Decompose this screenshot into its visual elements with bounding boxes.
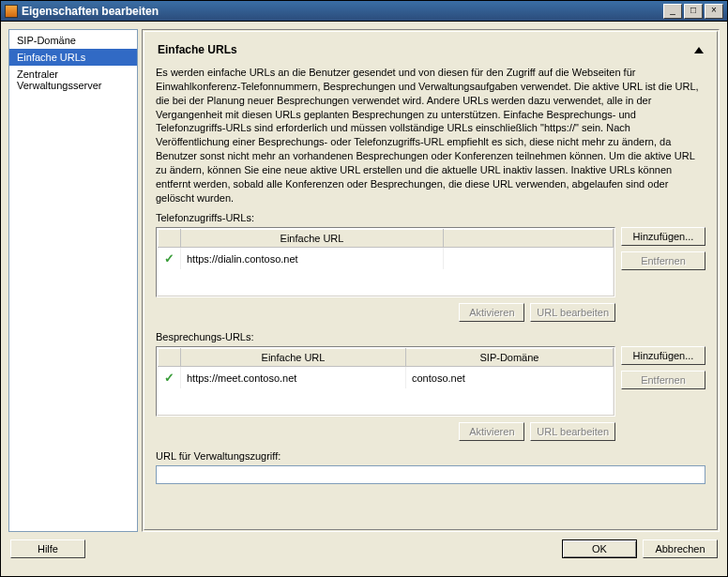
panel-description: Es werden einfache URLs an die Benutzer … [156,66,705,205]
meeting-remove-button[interactable]: Entfernen [621,371,705,389]
check-icon: ✓ [164,371,174,385]
meeting-col-active [159,349,181,367]
sidebar-item-sip-domain[interactable]: SIP-Domäne [9,32,137,49]
check-icon: ✓ [164,251,174,266]
phone-col-active [159,230,181,248]
phone-activate-button[interactable]: Aktivieren [459,303,524,322]
title-bar: Eigenschaften bearbeiten _ □ × [1,1,727,22]
admin-url-label: URL für Verwaltungszugriff: [156,450,705,462]
meeting-col-sip: SIP-Domäne [406,349,614,367]
phone-col-url: Einfache URL [181,230,444,248]
minimize-button[interactable]: _ [663,4,682,19]
meeting-urls-label: Besprechungs-URLs: [156,331,705,342]
help-button[interactable]: Hilfe [10,539,85,558]
meeting-add-button[interactable]: Hinzufügen... [621,346,705,365]
meeting-url-cell: https://meet.contoso.net [181,367,406,389]
phone-urls-grid: Einfache URL ✓ https://dialin.contoso.ne… [156,227,615,297]
meeting-urls-grid: Einfache URL SIP-Domäne ✓ https://meet.c… [156,346,615,417]
phone-col-spacer [444,230,614,248]
close-button[interactable]: × [705,4,723,19]
meeting-activate-button[interactable]: Aktivieren [459,422,524,441]
app-icon [5,5,18,18]
phone-url-cell: https://dialin.contoso.net [181,248,444,270]
panel-title: Einfache URLs [158,43,237,56]
table-row[interactable]: ✓ https://meet.contoso.net contoso.net [159,367,614,389]
collapse-icon[interactable] [694,47,704,53]
window-title: Eigenschaften bearbeiten [22,5,663,18]
phone-add-button[interactable]: Hinzufügen... [621,227,705,246]
admin-url-input[interactable] [156,465,705,484]
phone-edit-button[interactable]: URL bearbeiten [530,303,615,322]
sidebar-item-simple-urls[interactable]: Einfache URLs [9,49,137,66]
meeting-edit-button[interactable]: URL bearbeiten [530,422,615,441]
sidebar: SIP-Domäne Einfache URLs Zentraler Verwa… [8,29,138,532]
table-row[interactable]: ✓ https://dialin.contoso.net [159,248,614,270]
meeting-col-url: Einfache URL [181,349,406,367]
phone-remove-button[interactable]: Entfernen [621,251,705,270]
main-panel: Einfache URLs Es werden einfache URLs an… [142,29,720,532]
sidebar-item-central-mgmt[interactable]: Zentraler Verwaltungsserver [9,66,137,94]
maximize-button[interactable]: □ [684,4,703,19]
footer: Hilfe OK Abbrechen [1,539,727,566]
cancel-button[interactable]: Abbrechen [643,539,718,558]
meeting-sip-cell: contoso.net [406,367,614,389]
phone-urls-label: Telefonzugriffs-URLs: [156,212,705,223]
ok-button[interactable]: OK [562,539,637,558]
